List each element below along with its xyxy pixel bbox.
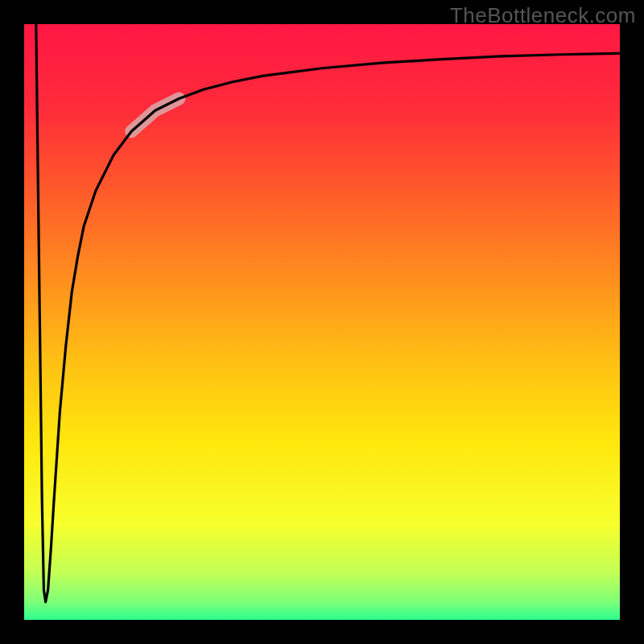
chart-container: TheBottleneck.com [0, 0, 644, 644]
chart-svg [0, 0, 644, 644]
plot-background [24, 24, 620, 620]
